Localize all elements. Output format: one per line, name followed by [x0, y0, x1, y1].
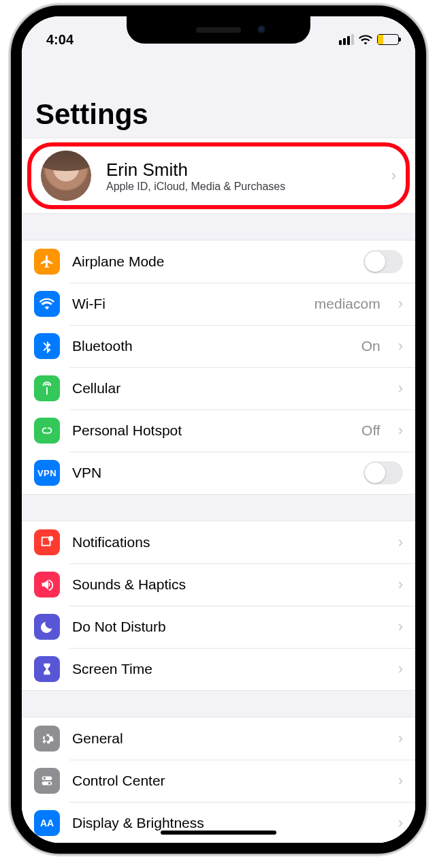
- dnd-row[interactable]: Do Not Disturb ›: [22, 606, 415, 648]
- wifi-row[interactable]: Wi-Fi mediacom ›: [22, 283, 415, 325]
- airplane-label: Airplane Mode: [72, 253, 351, 270]
- notifications-label: Notifications: [72, 534, 386, 551]
- chevron-right-icon: ›: [391, 167, 396, 185]
- profile-subtitle: Apple ID, iCloud, Media & Purchases: [106, 181, 285, 193]
- battery-icon: [377, 34, 399, 45]
- chevron-right-icon: ›: [398, 814, 403, 832]
- notifications-row[interactable]: Notifications ›: [22, 521, 415, 563]
- wifi-settings-icon: [34, 291, 60, 317]
- screentime-row[interactable]: Screen Time ›: [22, 648, 415, 690]
- cellular-label: Cellular: [72, 380, 386, 397]
- chevron-right-icon: ›: [398, 618, 403, 636]
- controlcenter-row[interactable]: Control Center ›: [22, 760, 415, 802]
- screentime-label: Screen Time: [72, 661, 386, 677]
- sounds-row[interactable]: Sounds & Haptics ›: [22, 563, 415, 606]
- airplane-toggle[interactable]: [363, 250, 403, 273]
- cellular-signal-icon: [339, 34, 354, 45]
- cellular-icon: [34, 375, 60, 401]
- bluetooth-value: On: [361, 338, 381, 354]
- display-row[interactable]: AA Display & Brightness ›: [22, 802, 415, 843]
- airplane-icon: [34, 249, 60, 275]
- wifi-icon: [359, 34, 372, 45]
- bluetooth-icon: [34, 333, 60, 359]
- bluetooth-label: Bluetooth: [72, 338, 349, 354]
- hotspot-row[interactable]: Personal Hotspot Off ›: [22, 409, 415, 452]
- apple-id-row[interactable]: Erin Smith Apple ID, iCloud, Media & Pur…: [27, 142, 410, 209]
- vpn-label: VPN: [72, 465, 351, 481]
- hourglass-icon: [34, 656, 60, 682]
- wifi-label: Wi-Fi: [72, 296, 302, 312]
- vpn-row[interactable]: VPN VPN: [22, 452, 415, 494]
- cellular-row[interactable]: Cellular ›: [22, 367, 415, 409]
- status-time: 4:04: [46, 32, 74, 48]
- toggles-icon: [34, 768, 60, 794]
- wifi-value: mediacom: [314, 296, 381, 312]
- chevron-right-icon: ›: [398, 533, 403, 551]
- general-label: General: [72, 730, 386, 747]
- page-title: Settings: [22, 50, 415, 138]
- chevron-right-icon: ›: [398, 576, 403, 593]
- chevron-right-icon: ›: [398, 730, 403, 747]
- chevron-right-icon: ›: [398, 660, 403, 678]
- home-indicator[interactable]: [161, 831, 276, 835]
- airplane-mode-row[interactable]: Airplane Mode: [22, 241, 415, 283]
- vpn-toggle[interactable]: [363, 461, 403, 484]
- chevron-right-icon: ›: [398, 379, 403, 397]
- controlcenter-label: Control Center: [72, 773, 386, 789]
- vpn-icon: VPN: [34, 460, 60, 486]
- bluetooth-row[interactable]: Bluetooth On ›: [22, 325, 415, 367]
- chevron-right-icon: ›: [398, 337, 403, 355]
- sounds-icon: [34, 572, 60, 598]
- svg-point-2: [44, 777, 46, 780]
- profile-name: Erin Smith: [106, 159, 285, 181]
- device-notch: [127, 16, 310, 44]
- hotspot-icon: [34, 418, 60, 444]
- moon-icon: [34, 614, 60, 640]
- chevron-right-icon: ›: [398, 422, 403, 439]
- general-row[interactable]: General ›: [22, 717, 415, 760]
- display-icon: AA: [34, 810, 60, 836]
- sounds-label: Sounds & Haptics: [72, 576, 386, 593]
- hotspot-label: Personal Hotspot: [72, 422, 349, 439]
- svg-point-0: [48, 536, 53, 541]
- display-label: Display & Brightness: [72, 815, 386, 831]
- hotspot-value: Off: [361, 422, 381, 439]
- svg-point-4: [48, 782, 51, 785]
- chevron-right-icon: ›: [398, 295, 403, 313]
- dnd-label: Do Not Disturb: [72, 619, 386, 635]
- notifications-icon: [34, 529, 60, 555]
- avatar: [41, 151, 91, 201]
- chevron-right-icon: ›: [398, 772, 403, 790]
- gear-icon: [34, 726, 60, 751]
